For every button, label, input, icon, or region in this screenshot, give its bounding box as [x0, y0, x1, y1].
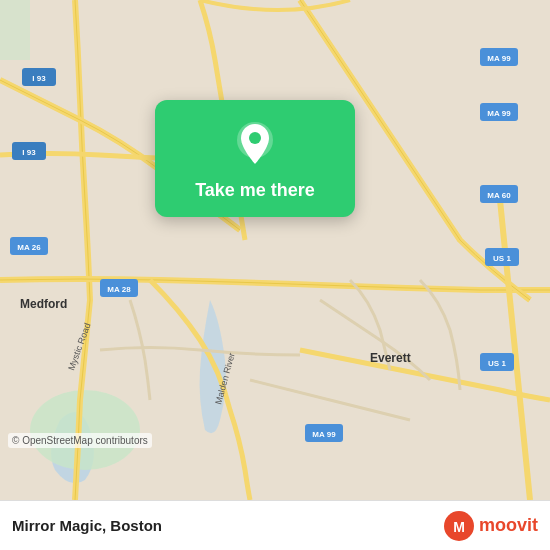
svg-text:MA 60: MA 60: [487, 191, 511, 200]
location-pin-icon: [231, 120, 279, 168]
moovit-icon: M: [443, 510, 475, 542]
svg-text:Medford: Medford: [20, 297, 67, 311]
moovit-text: moovit: [479, 515, 538, 536]
map-attribution: © OpenStreetMap contributors: [8, 433, 152, 448]
svg-text:MA 99: MA 99: [312, 430, 336, 439]
map-svg: I 93 I 93 MA 26 MA 28 MA 99 MA 99 MA 60 …: [0, 0, 550, 500]
svg-point-1: [30, 390, 140, 470]
svg-text:M: M: [453, 519, 465, 535]
svg-text:I 93: I 93: [32, 74, 46, 83]
svg-text:US 1: US 1: [493, 254, 511, 263]
svg-text:MA 26: MA 26: [17, 243, 41, 252]
take-me-there-button[interactable]: Take me there: [195, 180, 315, 201]
svg-text:Everett: Everett: [370, 351, 411, 365]
app-info: Mirror Magic, Boston: [12, 517, 162, 534]
svg-text:US 1: US 1: [488, 359, 506, 368]
svg-text:MA 28: MA 28: [107, 285, 131, 294]
svg-text:MA 99: MA 99: [487, 109, 511, 118]
svg-text:I 93: I 93: [22, 148, 36, 157]
card-overlay[interactable]: Take me there: [155, 100, 355, 217]
moovit-logo: M moovit: [443, 510, 538, 542]
svg-point-28: [249, 132, 261, 144]
app-title: Mirror Magic, Boston: [12, 517, 162, 534]
bottom-bar: Mirror Magic, Boston M moovit: [0, 500, 550, 550]
svg-rect-2: [0, 0, 30, 60]
map-container: I 93 I 93 MA 26 MA 28 MA 99 MA 99 MA 60 …: [0, 0, 550, 500]
svg-text:MA 99: MA 99: [487, 54, 511, 63]
